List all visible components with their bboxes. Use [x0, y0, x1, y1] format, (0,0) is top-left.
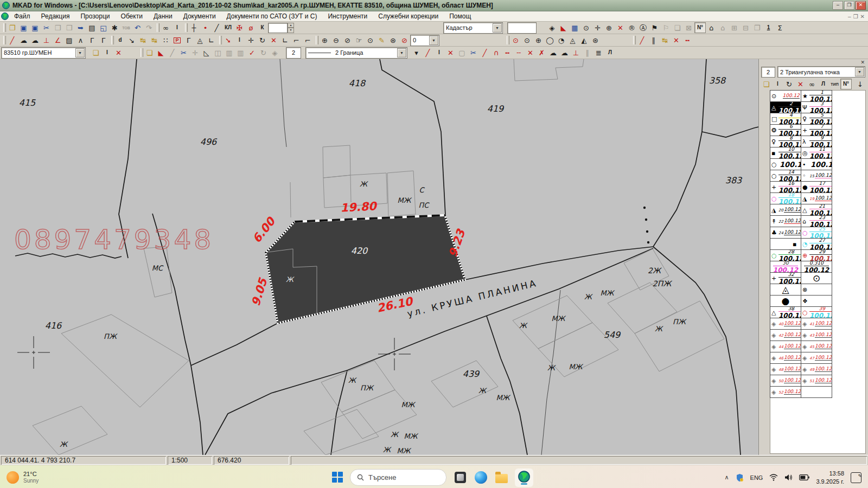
point-symbol-entry-33[interactable]: +32100.12 — [770, 273, 801, 284]
minimize-button[interactable]: – — [833, 1, 843, 10]
point-symbol-entry-40[interactable]: ○39100.12 — [801, 307, 832, 318]
point-symbol-entry-27[interactable]: ▪ — [770, 239, 801, 250]
pan-hand-icon-button[interactable]: ☞ — [353, 35, 365, 46]
copy-object-icon-button[interactable]: ❏ — [672, 22, 683, 33]
point-symbol-entry-24[interactable]: ⌂23100.12 — [801, 216, 832, 227]
cloud4-icon-button[interactable]: ☁ — [559, 47, 570, 58]
symbol-type-select[interactable]: 2 Триангулачна точка ▼ — [777, 66, 865, 78]
point-symbol-entry-36[interactable]: ⊗ — [801, 284, 832, 296]
cells-add-icon-button[interactable]: ⊟ — [740, 22, 751, 33]
print-setup-icon-button[interactable]: ✱ — [109, 22, 120, 33]
perpendicular2-icon-button[interactable]: ⊥ — [570, 47, 582, 58]
new-symbol-icon-button[interactable]: ❏ — [761, 79, 772, 89]
point-symbol-entry-21[interactable]: ◮20100.12 — [770, 204, 801, 216]
menu-item-10[interactable]: Помощ — [444, 11, 476, 21]
move2-icon-button[interactable]: ✛ — [245, 35, 257, 46]
redo-icon-button[interactable]: ↷ — [143, 22, 155, 33]
taskbar-app-mkad-active[interactable] — [515, 468, 533, 487]
circle-style4-icon-button[interactable]: ◯ — [544, 35, 556, 46]
segment1-icon-button[interactable]: ╱ — [422, 47, 433, 58]
point-symbol-entry-18[interactable]: ●17100.12 — [801, 182, 832, 193]
chevron-down-icon[interactable]: ▼ — [855, 67, 864, 76]
segment-point-icon-button[interactable]: ╱ — [479, 47, 490, 58]
line-dash-icon-button[interactable]: ╍ — [682, 35, 693, 46]
chevron-down-icon[interactable]: ▼ — [493, 23, 502, 33]
one-icon-button[interactable]: 1 — [763, 22, 774, 33]
node-x-icon-button[interactable]: ✕ — [525, 47, 536, 58]
point-symbol-entry-31[interactable]: 30100.12 — [770, 261, 801, 273]
cut-icon-button[interactable]: ✂ — [41, 22, 52, 33]
point-symbol-entry-28[interactable]: ◔27100.12 — [801, 239, 832, 250]
point-symbol-entry-35[interactable]: ◬ — [770, 284, 801, 296]
perpendicular-icon-button[interactable]: ⊥ — [41, 35, 52, 46]
dash1-icon-button[interactable]: ╍ — [502, 47, 513, 58]
save-icon-button[interactable]: ▣ — [18, 22, 29, 33]
k-value-input[interactable] — [268, 23, 288, 33]
line-style1-icon-button[interactable]: ╱ — [636, 35, 648, 46]
cloud2-icon-button[interactable]: ☁ — [29, 35, 41, 46]
open-icon-button[interactable]: ❐ — [7, 22, 18, 33]
cut-line-icon-button[interactable]: ✂ — [178, 47, 189, 58]
menu-item-5[interactable]: Данни — [148, 11, 178, 21]
mode-select[interactable]: Кадастър▼ — [443, 22, 503, 34]
house-outline-icon-button[interactable]: ⌂ — [717, 22, 729, 33]
panel-close-icon[interactable]: ✕ — [860, 60, 865, 65]
move-object-icon-button[interactable]: ✛ — [189, 47, 201, 58]
dash2-icon-button[interactable]: ╌ — [513, 47, 525, 58]
delete3-icon-button[interactable]: ✕ — [113, 47, 124, 58]
italic3-icon-button[interactable]: I — [101, 47, 113, 58]
taskbar-app-explorer[interactable] — [494, 471, 508, 485]
point-symbol-entry-49[interactable]: ◈48100.12 — [770, 364, 801, 375]
battery-icon[interactable] — [799, 474, 809, 480]
diamond-icon-button[interactable]: ◈ — [546, 22, 558, 33]
split-arrow-icon-button[interactable]: ↘ — [126, 35, 137, 46]
sum-icon-button[interactable]: Σ — [774, 22, 786, 33]
box-icon-button[interactable]: ▢ — [456, 47, 468, 58]
cloud3-icon-button[interactable]: ☁ — [547, 47, 559, 58]
point-symbol-entry-42[interactable]: ◈41100.12 — [801, 318, 832, 330]
registered-icon-button[interactable]: ® — [626, 22, 637, 33]
spinner-buttons[interactable]: ▲▼ — [288, 23, 294, 33]
clock-widget[interactable]: 13:58 3.9.2025 г. — [816, 470, 844, 485]
point-symbol-entry-7[interactable]: ❂6100.12 — [770, 125, 801, 136]
point-symbol-entry-30[interactable]: ⊕29100.12 — [801, 250, 832, 261]
point-symbol-entry-15[interactable]: ○14100.12 — [770, 170, 801, 182]
pane2-icon-button[interactable]: ▥ — [224, 47, 235, 58]
line-style2-icon-button[interactable]: ∥ — [648, 35, 659, 46]
tools-icon-button[interactable]: ✠ — [234, 22, 245, 33]
menu-item-1[interactable]: Файл — [9, 11, 36, 21]
point-symbol-entry-48[interactable]: ◈47100.12 — [801, 352, 832, 364]
delete2-icon-button[interactable]: ✕ — [268, 35, 279, 46]
point-symbol-entry-3[interactable]: ◬2100.12 — [770, 102, 801, 113]
point-symbol-entry-6[interactable]: ♀5100.12 — [801, 113, 832, 125]
point-symbol-entry-26[interactable]: ○25100.12 — [801, 227, 832, 239]
tob-icon-button[interactable]: ТОВ — [120, 22, 132, 33]
notifications-pen-icon[interactable] — [851, 472, 861, 483]
point-icon-button[interactable]: • — [200, 22, 211, 33]
arc-icon-button[interactable]: ∩ — [490, 47, 502, 58]
circle-style3-icon-button[interactable]: ⊕ — [533, 35, 544, 46]
point-symbol-entry-12[interactable]: ◎11100.12 — [801, 147, 832, 159]
point-symbol-entry-25[interactable]: ♣24100.12 — [770, 227, 801, 239]
corner4-icon-button[interactable]: Γ — [183, 35, 194, 46]
crosshair-icon-button[interactable]: ┼ — [188, 22, 200, 33]
point-symbol-entry-14[interactable]: •100.1 — [801, 159, 832, 170]
pane3-icon-button[interactable]: ▥ — [235, 47, 246, 58]
draw-line-icon-button[interactable]: ╱ — [167, 47, 178, 58]
p-box-icon-button[interactable]: P — [171, 35, 183, 46]
maximize-button[interactable]: ❐ — [844, 1, 854, 10]
pointer-select-icon-button[interactable]: ◣ — [558, 22, 569, 33]
point-symbol-entry-41[interactable]: ◈40100.12 — [770, 318, 801, 330]
flag-outline-icon-button[interactable]: ⚐ — [660, 22, 672, 33]
point-symbol-entry-47[interactable]: ◈46100.12 — [770, 352, 801, 364]
numbering-icon-button[interactable]: N° — [694, 22, 706, 33]
cloud-icon-button[interactable]: ☁ — [18, 35, 29, 46]
zoom-level-select[interactable]: 0▼ — [410, 35, 439, 46]
move-point-icon-button[interactable]: ✛ — [592, 22, 603, 33]
paste-icon-button[interactable]: ❒ — [63, 22, 75, 33]
point-symbol-entry-1[interactable]: ⊙100.12 — [770, 91, 801, 102]
delete-symbol-icon-button[interactable]: ✕ — [795, 79, 806, 89]
measure-flash2-icon-button[interactable]: ↹ — [149, 35, 160, 46]
search-input[interactable]: Търсене — [350, 469, 446, 486]
weather-widget[interactable]: 21°C Sunny — [7, 471, 39, 484]
